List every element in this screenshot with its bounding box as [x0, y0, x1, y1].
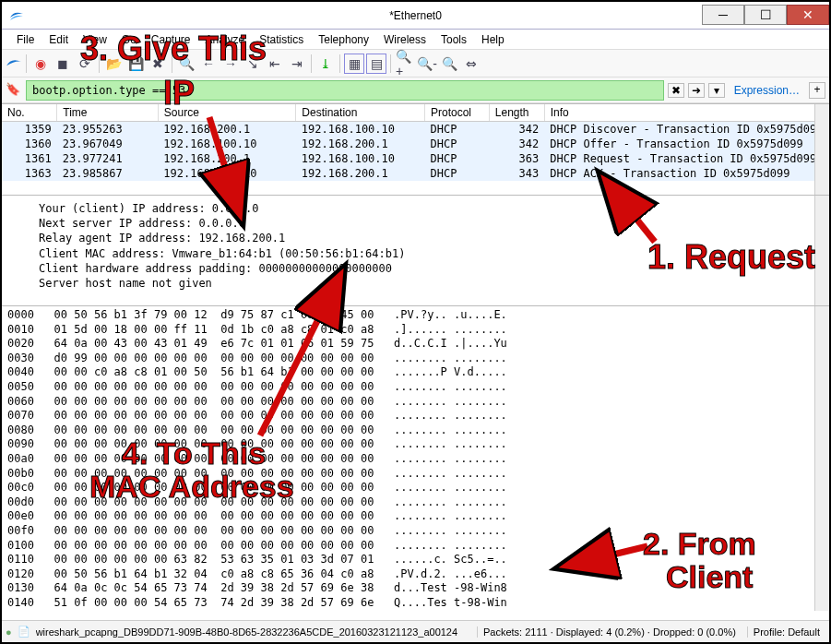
hex-row[interactable]: 0040 00 00 c0 a8 c8 01 00 50 56 b1 64 b1…: [7, 365, 824, 380]
status-packets: Packets: 2111 · Displayed: 4 (0.2%) · Dr…: [477, 626, 742, 638]
colorize2-button[interactable]: ▤: [366, 54, 386, 74]
packet-cell: 342: [489, 122, 544, 137]
packet-cell: 192.168.200.1: [296, 137, 425, 151]
go-to-button[interactable]: ↘: [243, 54, 263, 74]
app-fin-icon: [6, 55, 22, 72]
menu-capture[interactable]: Capture: [144, 31, 198, 48]
col-protocol[interactable]: Protocol: [425, 104, 490, 122]
hex-row[interactable]: 0050 00 00 00 00 00 00 00 00 00 00 00 00…: [7, 380, 824, 395]
packet-row[interactable]: 135923.955263192.168.200.1192.168.100.10…: [2, 122, 829, 137]
zoom-out-button[interactable]: 🔍-: [417, 54, 437, 74]
details-scrollbar[interactable]: [814, 196, 829, 305]
autoscroll-button[interactable]: ⤓: [315, 54, 336, 74]
zoom-reset-button[interactable]: 🔍: [439, 54, 459, 74]
packet-cell: DHCP: [425, 122, 490, 137]
maximize-button[interactable]: ☐: [744, 5, 787, 25]
menu-edit[interactable]: Edit: [42, 31, 76, 48]
hex-row[interactable]: 0120 00 50 56 b1 64 b1 32 04 c0 a8 c8 65…: [7, 567, 824, 582]
menu-go[interactable]: Go: [114, 31, 144, 48]
hex-row[interactable]: 0000 00 50 56 b1 3f 79 00 12 d9 75 87 c1…: [7, 308, 824, 323]
packet-cell: 192.168.100.10: [158, 166, 296, 181]
resize-cols-button[interactable]: ⇔: [461, 54, 481, 74]
add-filter-button[interactable]: +: [809, 82, 825, 99]
col-destination[interactable]: Destination: [296, 104, 425, 122]
packet-row[interactable]: 136023.967049192.168.100.10192.168.200.1…: [2, 137, 829, 151]
packet-row[interactable]: 136323.985867192.168.100.10192.168.200.1…: [2, 166, 829, 181]
detail-line: Your (client) IP address: 0.0.0.0: [39, 201, 820, 216]
packet-list-header[interactable]: No. Time Source Destination Protocol Len…: [2, 104, 829, 122]
hex-row[interactable]: 00b0 00 00 00 00 00 00 00 00 00 00 00 00…: [7, 467, 824, 482]
clear-filter-icon[interactable]: ✖: [668, 83, 684, 98]
packet-cell: DHCP Offer - Transaction ID 0x5975d099: [544, 137, 828, 151]
hex-row[interactable]: 0140 51 0f 00 00 00 54 65 73 74 2d 39 38…: [7, 596, 824, 611]
display-filter-input[interactable]: [26, 80, 664, 101]
hex-scrollbar[interactable]: [814, 306, 829, 611]
hex-row[interactable]: 0130 64 0a 0c 0c 54 65 73 74 2d 39 38 2d…: [7, 581, 824, 596]
hex-row[interactable]: 0090 00 00 00 00 00 00 00 00 00 00 00 00…: [7, 437, 824, 452]
packet-list-scrollbar[interactable]: [814, 104, 829, 195]
hex-row[interactable]: 00e0 00 00 00 00 00 00 00 00 00 00 00 00…: [7, 509, 824, 524]
window-title: *Ethernet0: [389, 9, 442, 22]
hex-row[interactable]: 0020 64 0a 00 43 00 43 01 49 e6 7c 01 01…: [7, 337, 824, 352]
back-button[interactable]: ←: [198, 54, 219, 74]
save-button[interactable]: 💾: [125, 54, 146, 74]
menu-analyze[interactable]: Analyze: [198, 31, 253, 48]
colorize-button[interactable]: ▦: [344, 54, 364, 74]
col-source[interactable]: Source: [158, 104, 296, 122]
col-info[interactable]: Info: [544, 104, 828, 122]
menu-wireless[interactable]: Wireless: [376, 31, 433, 48]
capture-file-props-icon[interactable]: 📄: [18, 626, 30, 638]
packet-cell: 342: [489, 137, 544, 151]
col-no[interactable]: No.: [2, 104, 57, 122]
packet-details-pane[interactable]: Your (client) IP address: 0.0.0.0 Next s…: [2, 196, 829, 306]
find-button[interactable]: 🔍: [176, 54, 196, 74]
hex-row[interactable]: 0060 00 00 00 00 00 00 00 00 00 00 00 00…: [7, 395, 824, 410]
menu-tools[interactable]: Tools: [433, 31, 474, 48]
minimize-button[interactable]: ─: [702, 5, 744, 25]
filter-bar: 🔖 ✖ ➜ ▾ Expression… +: [2, 78, 829, 103]
open-button[interactable]: 📂: [103, 54, 124, 74]
menu-statistics[interactable]: Statistics: [252, 31, 311, 48]
detail-line: Client MAC address: Vmware_b1:64:b1 (00:…: [39, 246, 820, 261]
hex-row[interactable]: 00f0 00 00 00 00 00 00 00 00 00 00 00 00…: [7, 524, 824, 539]
menu-file[interactable]: File: [9, 31, 42, 48]
packet-list-pane[interactable]: No. Time Source Destination Protocol Len…: [2, 103, 829, 196]
zoom-in-button[interactable]: 🔍+: [395, 54, 415, 74]
hex-row[interactable]: 00d0 00 00 00 00 00 00 00 00 00 00 00 00…: [7, 495, 824, 510]
col-length[interactable]: Length: [489, 104, 544, 122]
expression-link[interactable]: Expression…: [729, 84, 805, 97]
apply-filter-icon[interactable]: ➜: [688, 83, 705, 98]
hex-row[interactable]: 0100 00 00 00 00 00 00 00 00 00 00 00 00…: [7, 539, 824, 554]
packet-row[interactable]: 136123.977241192.168.200.1192.168.100.10…: [2, 151, 829, 166]
menu-help[interactable]: Help: [474, 31, 512, 48]
hex-row[interactable]: 00a0 00 00 00 00 00 00 00 00 00 00 00 00…: [7, 452, 824, 467]
packet-bytes-pane[interactable]: 0000 00 50 56 b1 3f 79 00 12 d9 75 87 c1…: [2, 306, 829, 611]
packet-cell: 1363: [2, 166, 57, 181]
menu-view[interactable]: View: [76, 31, 114, 48]
close-file-button[interactable]: ✖: [148, 54, 168, 74]
packet-cell: 192.168.100.10: [296, 122, 425, 137]
forward-button[interactable]: →: [220, 54, 241, 74]
last-button[interactable]: ⇥: [287, 54, 307, 74]
packet-cell: 1360: [2, 137, 57, 151]
bookmark-icon[interactable]: 🔖: [6, 82, 22, 99]
packet-cell: 1359: [2, 122, 57, 137]
hex-row[interactable]: 0030 d0 99 00 00 00 00 00 00 00 00 00 00…: [7, 352, 824, 366]
menu-telephony[interactable]: Telephony: [311, 31, 376, 48]
hex-row[interactable]: 0150 38 3c 08 4d 53 46 54 20 35 2e 30 37…: [7, 610, 824, 611]
restart-capture-button[interactable]: ⟳: [75, 54, 95, 74]
expert-info-icon[interactable]: ●: [6, 626, 12, 638]
hex-row[interactable]: 0080 00 00 00 00 00 00 00 00 00 00 00 00…: [7, 423, 824, 438]
packet-cell: 23.977241: [57, 151, 159, 166]
recent-filters-icon[interactable]: ▾: [708, 83, 725, 98]
status-profile[interactable]: Profile: Default: [747, 626, 825, 638]
hex-row[interactable]: 0070 00 00 00 00 00 00 00 00 00 00 00 00…: [7, 409, 824, 423]
col-time[interactable]: Time: [57, 104, 159, 122]
hex-row[interactable]: 0110 00 00 00 00 00 00 63 82 53 63 35 01…: [7, 553, 824, 567]
hex-row[interactable]: 0010 01 5d 00 18 00 00 ff 11 0d 1b c0 a8…: [7, 323, 824, 338]
hex-row[interactable]: 00c0 00 00 00 00 00 00 00 00 00 00 00 00…: [7, 481, 824, 495]
first-button[interactable]: ⇤: [265, 54, 285, 74]
stop-capture-button[interactable]: ◼: [53, 54, 73, 74]
start-capture-button[interactable]: ◉: [30, 54, 51, 74]
close-button[interactable]: ✕: [787, 5, 829, 25]
